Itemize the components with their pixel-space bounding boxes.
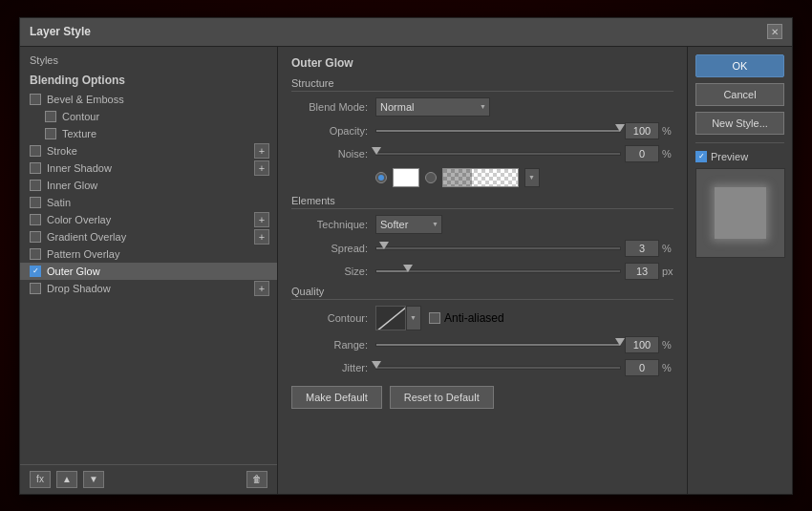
jitter-slider[interactable] [375, 361, 621, 374]
opacity-input[interactable] [625, 122, 659, 139]
spread-slider[interactable] [375, 242, 621, 255]
title-bar: Layer Style ✕ [20, 18, 792, 47]
gradient-overlay-label: Gradient Overlay [47, 231, 126, 243]
fx-button[interactable]: fx [30, 471, 51, 488]
technique-select[interactable]: Softer Precise [375, 215, 442, 234]
list-item-bevel[interactable]: Bevel & Emboss [20, 91, 277, 108]
checkbox-stroke[interactable] [30, 145, 41, 157]
checkbox-inner-shadow[interactable] [30, 162, 41, 174]
trash-icon: 🗑 [252, 474, 262, 484]
list-item-drop-shadow[interactable]: Drop Shadow + [20, 280, 277, 297]
list-item-contour[interactable]: Contour [20, 108, 277, 125]
size-row: Size: px [291, 263, 673, 280]
range-input[interactable] [625, 336, 659, 353]
color-swatch[interactable] [393, 168, 419, 187]
jitter-input[interactable] [625, 359, 659, 376]
stroke-label: Stroke [47, 145, 77, 157]
spread-label: Spread: [291, 243, 368, 254]
dialog-title: Layer Style [30, 25, 91, 38]
texture-label: Texture [62, 128, 96, 139]
technique-label: Technique: [291, 219, 368, 230]
preview-checkbox[interactable]: ✓ [695, 151, 707, 162]
move-up-button[interactable]: ▲ [56, 471, 77, 488]
preview-row: ✓ Preview [695, 151, 784, 162]
checkbox-gradient-overlay[interactable] [30, 231, 41, 243]
delete-button[interactable]: 🗑 [246, 471, 267, 488]
jitter-unit: % [662, 362, 673, 373]
list-item-outer-glow[interactable]: Outer Glow [20, 263, 277, 280]
spread-row: Spread: % [291, 240, 673, 257]
spread-input[interactable] [625, 240, 659, 257]
noise-slider[interactable] [375, 147, 621, 160]
technique-row: Technique: Softer Precise [291, 215, 673, 234]
effects-list: Bevel & Emboss Contour Texture Stroke + [20, 91, 277, 464]
add-drop-shadow-button[interactable]: + [254, 281, 269, 296]
jitter-label: Jitter: [291, 362, 368, 373]
reset-default-button[interactable]: Reset to Default [390, 386, 494, 409]
technique-wrapper: Softer Precise [375, 215, 442, 234]
middle-panel: Outer Glow Structure Blend Mode: Normal … [278, 47, 687, 494]
ok-button[interactable]: OK [695, 54, 784, 77]
list-item-satin[interactable]: Satin [20, 194, 277, 211]
down-icon: ▼ [89, 474, 98, 484]
blend-mode-wrapper: Normal [375, 97, 490, 117]
preview-canvas [695, 168, 785, 258]
add-inner-shadow-button[interactable]: + [254, 160, 269, 176]
checkbox-satin[interactable] [30, 197, 41, 208]
checkbox-contour[interactable] [45, 111, 56, 122]
svg-rect-5 [443, 169, 472, 187]
range-slider[interactable] [375, 338, 621, 351]
cancel-button[interactable]: Cancel [695, 83, 784, 106]
noise-unit: % [662, 148, 673, 160]
contour-thumbnail[interactable] [375, 306, 406, 330]
size-label: Size: [291, 266, 368, 277]
add-gradient-overlay-button[interactable]: + [254, 229, 269, 245]
blend-mode-select[interactable]: Normal [375, 97, 490, 117]
list-item-stroke[interactable]: Stroke + [20, 142, 277, 160]
opacity-slider[interactable] [375, 124, 621, 138]
anti-aliased-checkbox[interactable] [429, 312, 440, 324]
checkbox-outer-glow[interactable] [30, 266, 41, 277]
color-row [375, 168, 673, 187]
gradient-swatch[interactable] [442, 168, 519, 187]
list-item-color-overlay[interactable]: Color Overlay + [20, 211, 277, 228]
checkbox-bevel[interactable] [30, 94, 41, 105]
checkbox-pattern-overlay[interactable] [30, 248, 41, 260]
close-button[interactable]: ✕ [767, 24, 782, 39]
list-item-inner-shadow[interactable]: Inner Shadow + [20, 160, 277, 177]
list-item-texture[interactable]: Texture [20, 125, 277, 142]
range-label: Range: [291, 339, 368, 351]
blend-mode-row: Blend Mode: Normal [291, 97, 673, 117]
spread-unit: % [662, 243, 673, 254]
outer-glow-title: Outer Glow [291, 56, 673, 70]
size-slider[interactable] [375, 265, 621, 278]
noise-input[interactable] [625, 145, 659, 162]
layer-style-dialog: Layer Style ✕ Styles Blending Options Be… [19, 17, 793, 495]
quality-title: Quality [291, 286, 673, 300]
make-default-button[interactable]: Make Default [291, 386, 382, 409]
checkbox-drop-shadow[interactable] [30, 283, 41, 294]
color-radio[interactable] [375, 172, 387, 183]
range-unit: % [662, 339, 673, 351]
new-style-button[interactable]: New Style... [695, 112, 784, 135]
checkbox-texture[interactable] [45, 128, 56, 139]
list-item-pattern-overlay[interactable]: Pattern Overlay [20, 245, 277, 263]
add-stroke-button[interactable]: + [254, 143, 269, 159]
checkbox-color-overlay[interactable] [30, 214, 41, 225]
gradient-dropdown[interactable] [524, 168, 540, 187]
inner-glow-label: Inner Glow [47, 180, 97, 191]
add-color-overlay-button[interactable]: + [254, 212, 269, 227]
checkbox-inner-glow[interactable] [30, 180, 41, 191]
right-panel: OK Cancel New Style... ✓ Preview [687, 47, 792, 494]
gradient-radio[interactable] [425, 172, 437, 183]
list-item-gradient-overlay[interactable]: Gradient Overlay + [20, 228, 277, 245]
dialog-body: Styles Blending Options Bevel & Emboss C… [20, 47, 792, 494]
size-input[interactable] [625, 263, 659, 280]
move-down-button[interactable]: ▼ [83, 471, 104, 488]
pattern-overlay-label: Pattern Overlay [47, 248, 119, 260]
list-item-inner-glow[interactable]: Inner Glow [20, 177, 277, 194]
contour-label: Contour: [291, 312, 368, 324]
contour-dropdown[interactable] [406, 306, 421, 330]
blending-options-header[interactable]: Blending Options [20, 70, 277, 91]
contour-row: Contour: Anti-aliased [291, 306, 673, 330]
